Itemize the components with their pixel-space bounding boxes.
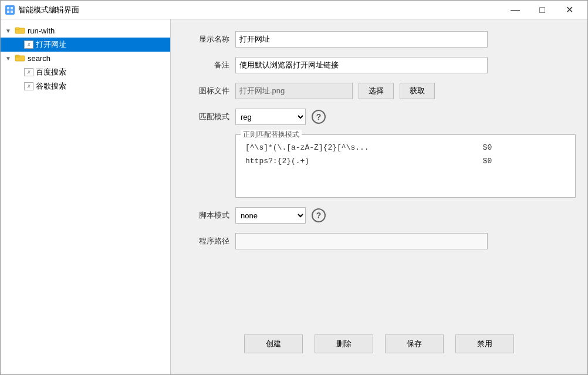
icon-get-button[interactable]: 获取 [400,83,435,99]
program-path-input[interactable] [235,233,488,249]
regex-replacement-2: $0 [474,154,575,168]
script-mode-help-icon[interactable]: ? [312,208,326,222]
script-mode-select[interactable]: none js python [235,207,306,224]
icon-choose-button[interactable]: 选择 [359,83,394,99]
icon-file-label: 图标文件 [188,86,229,96]
svg-rect-1 [11,7,13,9]
tree-label-search: search [28,54,50,63]
match-mode-row: 匹配模式 reg exact prefix suffix contains ? [188,109,570,125]
bottom-buttons: 创建 删除 保存 禁用 [188,329,570,363]
save-button[interactable]: 保存 [385,335,444,353]
regex-group-title: 正则匹配替换模式 [241,130,302,140]
regex-row-2[interactable]: https?:{2}(.+) $0 [236,154,575,168]
icon-file-row: 图标文件 选择 获取 [188,83,570,99]
svg-rect-3 [11,11,13,13]
display-name-input[interactable] [235,31,488,48]
note-row: 备注 [188,57,570,73]
tree-item-google[interactable]: 谷歌搜索 [1,79,170,93]
note-label: 备注 [188,60,229,70]
expander-search: ▼ [5,55,15,62]
match-mode-help-icon[interactable]: ? [312,110,326,124]
create-button[interactable]: 创建 [244,335,303,353]
regex-replacement-1: $0 [474,141,575,154]
minimize-button[interactable]: — [502,1,529,19]
item-icon-open-url [24,40,33,49]
icon-file-input[interactable] [235,83,353,99]
svg-rect-0 [7,7,9,9]
tree-item-run-with[interactable]: ▼ run-with [1,24,170,38]
note-input[interactable] [235,57,488,73]
svg-rect-7 [15,55,19,57]
item-icon-baidu [24,68,33,76]
delete-button[interactable]: 删除 [315,335,373,353]
match-mode-select[interactable]: reg exact prefix suffix contains [235,109,306,125]
tree-panel: ▼ run-with 打开网址 ▼ [1,19,171,374]
main-content: ▼ run-with 打开网址 ▼ [1,19,587,374]
window-controls: — □ ✕ [502,1,583,19]
regex-table: [^\s]*(\.[a-zA-Z]{2}[^\s... $0 https?:{2… [236,141,575,191]
script-mode-row: 脚本模式 none js python ? [188,207,570,224]
tree-label-google: 谷歌搜索 [36,81,66,92]
regex-row-empty [236,168,575,191]
regex-pattern-1: [^\s]*(\.[a-zA-Z]{2}[^\s... [236,141,474,154]
expander-run-with: ▼ [5,28,15,34]
tree-label-baidu: 百度搜索 [36,67,66,77]
match-mode-label: 匹配模式 [188,112,229,122]
window-title: 智能模式编辑界面 [18,5,502,15]
tree-label-open-url: 打开网址 [36,39,66,50]
script-mode-label: 脚本模式 [188,210,229,221]
maximize-button[interactable]: □ [529,1,556,19]
program-path-label: 程序路径 [188,236,229,246]
display-name-row: 显示名称 [188,31,570,48]
regex-pattern-2: https?:{2}(.+) [236,154,474,168]
item-icon-google [24,82,33,90]
folder-icon-run-with [15,26,25,36]
tree-label-run-with: run-with [28,26,55,35]
svg-rect-5 [15,28,19,29]
tree-item-open-url[interactable]: 打开网址 [1,38,170,52]
tree-item-search[interactable]: ▼ search [1,52,170,65]
main-window: 智能模式编辑界面 — □ ✕ ▼ run-with [0,0,588,375]
disable-button[interactable]: 禁用 [455,335,514,353]
regex-row-1[interactable]: [^\s]*(\.[a-zA-Z]{2}[^\s... $0 [236,141,575,154]
display-name-label: 显示名称 [188,34,229,45]
tree-item-baidu[interactable]: 百度搜索 [1,65,170,79]
svg-rect-2 [7,11,9,13]
close-button[interactable]: ✕ [556,1,583,19]
program-path-row: 程序路径 [188,233,570,249]
form-panel: 显示名称 备注 图标文件 选择 获取 匹配模式 reg exact [171,19,587,374]
app-icon [5,5,15,15]
folder-icon-search [15,53,25,63]
title-bar: 智能模式编辑界面 — □ ✕ [1,1,587,19]
regex-group-box: 正则匹配替换模式 [^\s]*(\.[a-zA-Z]{2}[^\s... $0 … [235,134,576,198]
